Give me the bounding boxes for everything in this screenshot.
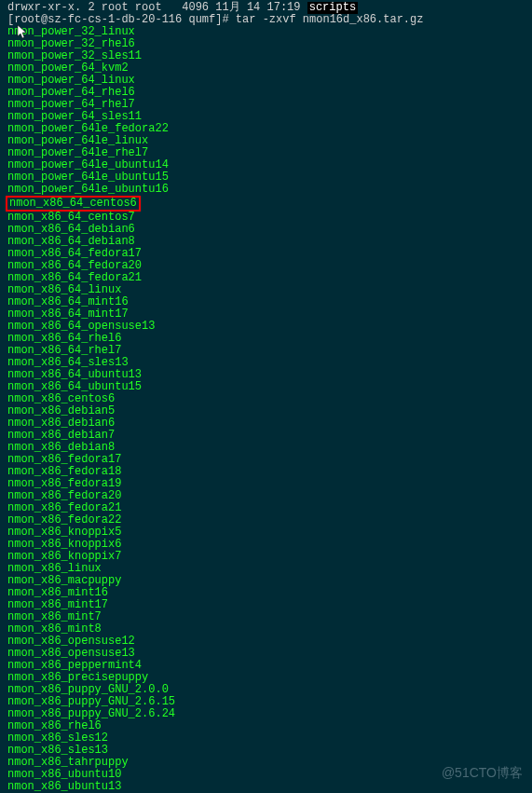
file-entry: nmon_power_64le_ubuntu16 bbox=[7, 184, 525, 196]
highlighted-file: nmon_x86_64_centos6 bbox=[6, 196, 141, 212]
terminal-output[interactable]: drwxr-xr-x. 2 root root 4096 11月 14 17:1… bbox=[0, 0, 532, 793]
file-entry: nmon_x86_64_centos6 bbox=[7, 196, 525, 212]
file-list: nmon_power_32_linuxnmon_power_32_rhel6nm… bbox=[7, 26, 525, 793]
cursor-icon bbox=[17, 24, 30, 44]
watermark: @51CTO博客 bbox=[442, 767, 523, 779]
